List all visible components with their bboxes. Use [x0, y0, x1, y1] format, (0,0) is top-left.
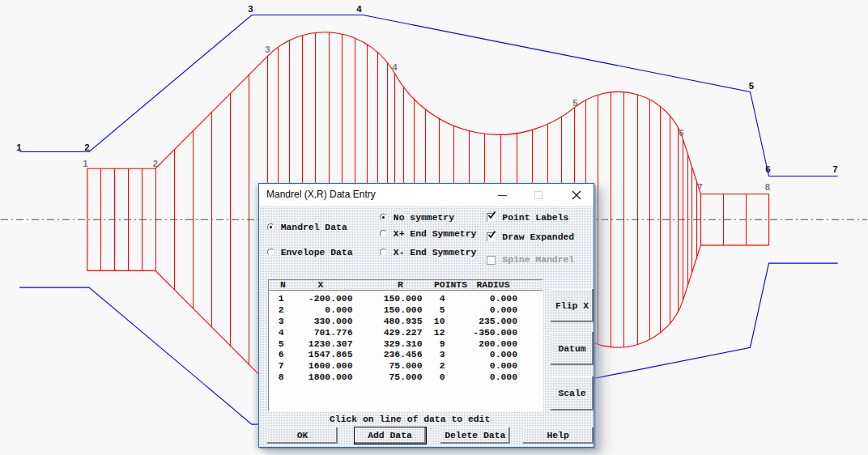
svg-text:6: 6 [679, 128, 683, 138]
svg-text:3: 3 [265, 45, 270, 54]
svg-text:5: 5 [749, 81, 755, 91]
svg-text:8: 8 [765, 182, 771, 192]
svg-text:7: 7 [697, 182, 702, 192]
svg-text:3: 3 [248, 4, 253, 14]
svg-text:5: 5 [572, 98, 578, 108]
svg-text:1: 1 [16, 142, 22, 152]
svg-text:4: 4 [392, 62, 398, 72]
svg-text:4: 4 [356, 4, 362, 14]
svg-text:2: 2 [84, 142, 89, 152]
svg-text:6: 6 [765, 164, 770, 174]
svg-text:1: 1 [83, 159, 88, 168]
svg-text:7: 7 [832, 164, 837, 174]
svg-text:2: 2 [153, 159, 158, 168]
